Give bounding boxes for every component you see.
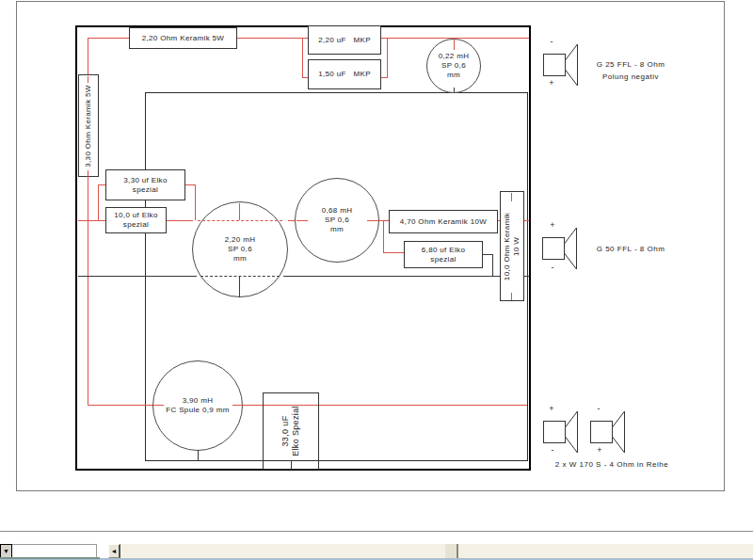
polarity-sign: + bbox=[548, 221, 557, 229]
wire bbox=[232, 405, 243, 406]
wire bbox=[195, 184, 196, 220]
wire bbox=[524, 276, 529, 277]
dropdown-field[interactable] bbox=[12, 544, 97, 558]
wire bbox=[454, 38, 455, 50]
wire bbox=[367, 220, 379, 221]
polarity-sign: + bbox=[547, 79, 556, 87]
wire bbox=[88, 177, 88, 406]
wire bbox=[198, 450, 199, 461]
wire bbox=[524, 220, 529, 221]
component-label: 2,20 uF MKP bbox=[318, 36, 371, 45]
component-label: 1,50 uF MKP bbox=[318, 70, 371, 79]
component-label: mm bbox=[447, 71, 460, 80]
wire bbox=[283, 276, 500, 277]
component-label: 3,90 mH bbox=[183, 396, 214, 406]
polarity-sign: + bbox=[547, 405, 556, 412]
capacitor-33-0uf-elko[interactable]: 33,0 uF Elko Spezial bbox=[263, 392, 319, 470]
wire bbox=[454, 88, 455, 92]
resistor-3-30-ohm-keramik[interactable]: 3,30 Ohm Keramik 5W bbox=[78, 74, 99, 177]
wire bbox=[296, 220, 308, 221]
wire bbox=[511, 193, 512, 201]
wire bbox=[383, 220, 384, 252]
capacitor-1-50uf-mkp[interactable]: 1,50 uF MKP bbox=[308, 59, 381, 89]
component-label: 3,30 Ohm Keramik 5W bbox=[84, 85, 93, 168]
component-label: 4,70 Ohm Keramik 10W bbox=[400, 217, 487, 227]
resistor-2-20-ohm-keramik[interactable]: 2,20 Ohm Keramik 5W bbox=[129, 27, 237, 49]
component-label: 3,30 uf Elko bbox=[123, 176, 167, 185]
wire bbox=[387, 38, 388, 77]
wire bbox=[88, 405, 152, 406]
polarity-sign: - bbox=[547, 38, 556, 45]
wire bbox=[291, 461, 292, 470]
resistor-10-0-ohm-keramik[interactable]: 10,0 Ohm Keramik 10 W bbox=[500, 191, 524, 301]
component-label: 2,20 Ohm Keramik 5W bbox=[142, 34, 225, 43]
wire bbox=[88, 76, 88, 83]
wire bbox=[78, 220, 105, 221]
arrow-left-icon: ◄ bbox=[111, 548, 118, 554]
divider-highlight bbox=[0, 532, 753, 533]
wire bbox=[185, 184, 195, 185]
wire bbox=[98, 184, 99, 220]
component-label: 10,0 uf Elko bbox=[114, 211, 157, 220]
component-label: 0,68 mH bbox=[322, 206, 353, 216]
component-label: SP 0,6 bbox=[325, 216, 349, 225]
component-label: 6,80 uf Elko bbox=[422, 246, 465, 255]
inductor-2-20mh[interactable]: 2,20 mH SP 0,6 mm bbox=[192, 201, 288, 297]
wire bbox=[98, 184, 105, 185]
wire bbox=[88, 38, 129, 39]
wire bbox=[302, 38, 303, 77]
component-label: spezial bbox=[430, 255, 456, 264]
wire bbox=[237, 38, 308, 39]
component-label: 10 W bbox=[512, 212, 521, 280]
capacitor-3-30uf-elko[interactable]: 3,30 uf Elko spezial bbox=[105, 169, 185, 200]
polarity-sign: - bbox=[594, 405, 603, 412]
woofer-label: 2 x W 170 S - 4 Ohm in Reihe bbox=[537, 458, 687, 471]
wire bbox=[239, 276, 240, 297]
app-window: 3,30 Ohm Keramik 5W 2,20 Ohm Keramik 5W … bbox=[0, 0, 753, 560]
wire-dashed bbox=[200, 276, 280, 277]
dropdown-button[interactable]: ▼ bbox=[0, 544, 12, 558]
bottom-edge-strip-left bbox=[0, 557, 100, 559]
wire bbox=[88, 38, 88, 75]
component-label: 10,0 Ohm Keramik bbox=[503, 212, 512, 280]
polarity-sign: - bbox=[548, 264, 557, 271]
polarity-sign: - bbox=[548, 446, 557, 454]
component-label: mm bbox=[330, 225, 344, 234]
wire bbox=[483, 254, 492, 255]
component-label: SP 0,6 bbox=[441, 61, 466, 71]
wire bbox=[239, 203, 240, 220]
component-label: 0,22 mH bbox=[439, 52, 470, 61]
wire bbox=[492, 254, 493, 276]
wire bbox=[381, 77, 388, 78]
wire bbox=[153, 405, 164, 406]
component-label: spezial bbox=[133, 185, 158, 195]
component-label: FC Spule 0,9 mm bbox=[166, 406, 230, 415]
resistor-4-70-ohm-keramik[interactable]: 4,70 Ohm Keramik 10W bbox=[389, 210, 498, 233]
wire bbox=[167, 220, 193, 221]
wire bbox=[78, 276, 197, 277]
tweeter-label: G 25 FFL - 8 Ohm Polung negativ bbox=[565, 58, 697, 83]
component-label: SP 0,6 bbox=[228, 245, 252, 254]
polarity-sign: + bbox=[595, 446, 604, 454]
wire bbox=[511, 293, 512, 300]
capacitor-10-0uf-elko[interactable]: 10,0 uf Elko spezial bbox=[105, 207, 167, 233]
component-label: 2,20 mH bbox=[225, 235, 256, 245]
component-label: mm bbox=[233, 254, 247, 264]
component-label: 33,0 uF bbox=[280, 406, 291, 456]
capacitor-2-20uf-mkp[interactable]: 2,20 uF MKP bbox=[308, 25, 381, 55]
wire bbox=[383, 252, 404, 253]
chevron-down-icon: ▼ bbox=[3, 548, 9, 554]
scroll-left-button[interactable]: ◄ bbox=[108, 544, 120, 558]
wire bbox=[88, 170, 88, 178]
wire-dashed bbox=[198, 220, 282, 221]
horizontal-scrollbar-thumb[interactable] bbox=[445, 544, 458, 558]
component-label: Elko Spezial bbox=[291, 406, 301, 456]
capacitor-6-80uf-elko[interactable]: 6,80 uf Elko spezial bbox=[404, 241, 483, 268]
midrange-label: G 50 FFL - 8 Ohm bbox=[565, 243, 697, 255]
horizontal-scrollbar-track[interactable] bbox=[120, 544, 753, 558]
component-label: spezial bbox=[123, 220, 149, 230]
inductor-3-90mh[interactable]: 3,90 mH FC Spule 0,9 mm bbox=[152, 360, 243, 451]
wire bbox=[379, 220, 389, 221]
